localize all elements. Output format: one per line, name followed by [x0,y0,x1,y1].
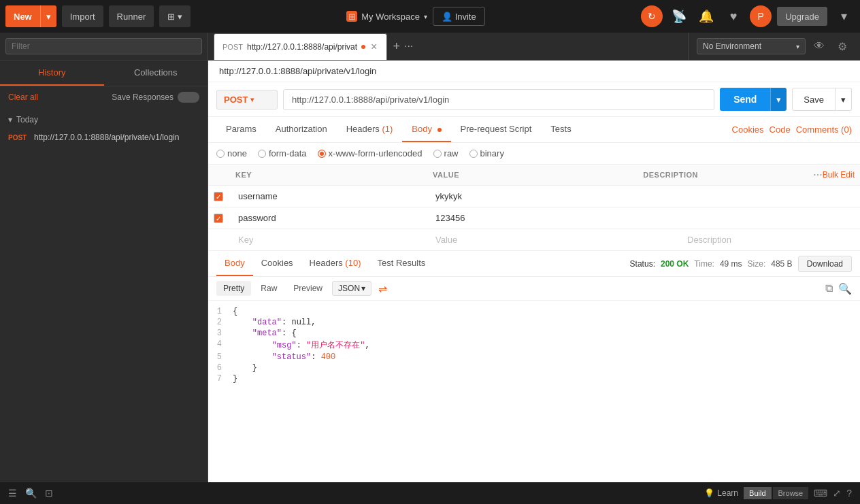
layout-button[interactable]: ⊞ ▾ [159,5,191,27]
method-select[interactable]: POST ▾ [216,90,278,110]
row1-key[interactable]: username [235,188,433,204]
comments-link[interactable]: Comments (0) [796,124,852,135]
heart-icon[interactable]: ♥ [723,5,744,27]
radio-urlencoded [318,150,326,158]
build-button[interactable]: Build [744,487,771,499]
today-label: Today [16,115,38,124]
workspace-icon: ⊞ [346,11,357,22]
fmt-tab-pretty[interactable]: Pretty [216,281,251,296]
env-dropdown[interactable]: No Environment ▾ [697,38,806,54]
row2-value[interactable]: 123456 [433,210,684,226]
request-tab-right: Cookies Code Comments (0) [732,124,852,135]
tab-headers[interactable]: Headers (1) [337,117,403,142]
new-button[interactable]: New ▾ [5,5,56,27]
avatar[interactable]: P [750,5,772,27]
workspace-button[interactable]: ⊞ My Workspace ▾ [346,11,427,22]
row1-description[interactable] [684,194,855,199]
resp-tab-cookies[interactable]: Cookies [253,251,301,276]
sidebar-tab-history[interactable]: History [0,61,104,86]
save-dropdown-button[interactable]: ▾ [836,88,852,111]
option-raw[interactable]: raw [433,148,459,158]
save-button[interactable]: Save [792,88,836,111]
empty-value[interactable]: Value [433,232,684,248]
env-chevron: ▾ [796,43,799,50]
keyboard-icon[interactable]: ⌨ [814,488,827,499]
console-icon[interactable]: ⊡ [45,488,53,499]
search-bottom-icon[interactable]: 🔍 [25,488,37,499]
sidebar-tab-collections[interactable]: Collections [104,61,208,86]
json-label: JSON [338,284,360,293]
response-area: Body Cookies Headers (10) Test Results S… [208,250,860,482]
copy-icon[interactable]: ⧉ [825,282,833,295]
row1-checkbox[interactable]: ✓ [214,192,223,201]
list-item[interactable]: POST http://127.0.0.1:8888/api/private/v… [0,129,208,146]
bottom-left-icons: ☰ 🔍 ⊡ [8,488,53,499]
new-dropdown-arrow[interactable]: ▾ [40,5,56,27]
help-icon[interactable]: ? [846,488,852,499]
save-responses-switch[interactable] [178,92,199,103]
import-button[interactable]: Import [62,5,103,27]
method-badge: POST [8,133,29,141]
empty-key[interactable]: Key [235,232,433,248]
more-tabs-button[interactable]: ··· [403,39,414,54]
eye-icon[interactable]: 👁 [810,37,829,56]
clear-all-button[interactable]: Clear all [8,93,38,102]
option-binary[interactable]: binary [469,148,504,158]
option-none[interactable]: none [216,148,247,158]
tab-close-button[interactable]: × [369,39,378,54]
tab-tests[interactable]: Tests [541,117,580,142]
resp-tab-headers[interactable]: Headers (10) [301,251,369,276]
runner-button[interactable]: Runner [109,5,154,27]
search-response-icon[interactable]: 🔍 [838,282,852,295]
today-section[interactable]: ▾ Today [0,111,208,129]
tab-params[interactable]: Params [216,117,266,142]
row1-value[interactable]: ykykyk [433,188,684,204]
workspace-label: My Workspace [361,12,420,22]
method-chevron: ▾ [250,96,254,103]
search-input[interactable] [5,38,202,54]
tab-authorization[interactable]: Authorization [266,117,337,142]
learn-label: Learn [717,488,738,498]
settings-icon[interactable]: ⚙ [833,37,852,56]
learn-link[interactable]: 💡 Learn [704,488,738,498]
resp-tab-body[interactable]: Body [216,251,253,276]
sidebar-toggle-icon[interactable]: ☰ [8,488,17,499]
radio-form-data [258,150,266,158]
resp-tab-test-results[interactable]: Test Results [369,251,433,276]
empty-description[interactable]: Description [684,232,855,248]
url-input[interactable] [283,89,714,110]
more-options-button[interactable]: ··· [813,169,822,181]
json-format-select[interactable]: JSON ▾ [332,281,371,296]
option-urlencoded[interactable]: x-www-form-urlencoded [318,148,423,158]
cookies-link[interactable]: Cookies [732,124,764,135]
tab-pre-request[interactable]: Pre-request Script [451,117,542,142]
send-button[interactable]: Send [720,88,770,111]
radio-binary [469,150,478,158]
option-form-data[interactable]: form-data [258,148,307,158]
size-value: 485 B [771,259,792,269]
row2-key[interactable]: password [235,210,433,226]
notification-icon[interactable]: 🔔 [695,5,717,27]
tab-modified-dot [361,45,365,49]
send-dropdown-button[interactable]: ▾ [770,88,787,111]
wrap-icon[interactable]: ⇌ [378,282,387,295]
antenna-icon[interactable]: 📡 [668,5,690,27]
download-button[interactable]: Download [798,256,852,272]
expand-icon[interactable]: ⤢ [833,488,841,499]
invite-button[interactable]: 👤 Invite [433,7,485,26]
code-link[interactable]: Code [770,124,791,135]
upgrade-dropdown[interactable]: ▾ [833,5,855,27]
line-content-7: } [233,374,237,384]
upgrade-button[interactable]: Upgrade [777,7,827,26]
browse-button[interactable]: Browse [773,487,809,499]
tab-body[interactable]: Body [402,117,450,142]
bulk-edit-button[interactable]: Bulk Edit [823,170,855,180]
request-tab[interactable]: POST http://127.0.0.1:8888/api/privat × [214,33,387,60]
fmt-tab-preview[interactable]: Preview [286,281,329,296]
new-tab-button[interactable]: + [391,38,401,55]
time-value: 49 ms [720,259,742,269]
sync-icon[interactable]: ↻ [641,5,663,27]
fmt-tab-raw[interactable]: Raw [254,281,284,296]
row2-checkbox[interactable]: ✓ [214,214,223,223]
row2-description[interactable] [684,216,855,221]
